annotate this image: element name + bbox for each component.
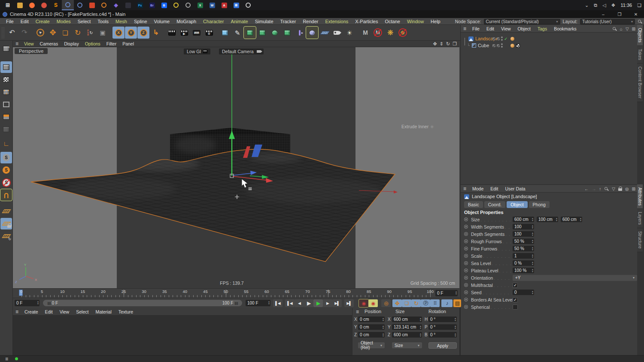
coord-field[interactable]: 0 cm▲▼	[358, 324, 385, 330]
tray-chevron-icon[interactable]: ⌄	[585, 3, 589, 8]
menu-tools[interactable]: Tools	[94, 18, 112, 25]
visibility-dots[interactable]	[501, 36, 503, 41]
panel-tab-structure[interactable]: Structure	[637, 228, 643, 252]
viewport-menu-display[interactable]: Display	[61, 41, 82, 46]
view-name-label[interactable]: Perspective	[15, 48, 48, 54]
current-frame-field[interactable]: 0 F▲▼	[435, 290, 458, 296]
menu-xparticles[interactable]: X-Particles	[352, 18, 381, 25]
minimize-button[interactable]: –	[595, 10, 611, 18]
scale-tool[interactable]: ❏	[59, 27, 71, 39]
material-menu-material[interactable]: Material	[92, 309, 115, 314]
range-grip[interactable]: ▮▮	[234, 301, 238, 305]
om-menu-edit[interactable]: Edit	[483, 26, 498, 31]
property-field[interactable]: 100▲▼	[513, 231, 534, 237]
coord-mode-dropdown[interactable]: Size▾	[392, 342, 422, 348]
close-button[interactable]: ✕	[628, 10, 644, 18]
render-visibility-toggle[interactable]	[497, 37, 500, 40]
spinner-icon[interactable]: ▲▼	[419, 332, 422, 338]
maya-mode-button[interactable]: M	[359, 27, 371, 39]
grid-app[interactable]: ▦	[230, 0, 242, 10]
editor-visibility-toggle[interactable]	[492, 44, 495, 47]
behance[interactable]: B	[158, 0, 170, 10]
am-menu-mode[interactable]: Mode	[469, 186, 487, 191]
tab-coord[interactable]: Coord.	[484, 201, 506, 208]
sublime-text[interactable]: S	[50, 0, 62, 10]
goto-start-button[interactable]: ▌◀	[273, 299, 283, 307]
node-space-dropdown[interactable]: Current (Standard/Physical)▾	[484, 19, 560, 24]
property-checkbox[interactable]: ✓	[513, 283, 518, 288]
viewport-menu-options[interactable]: Options	[82, 41, 103, 46]
render-picture-viewer-button[interactable]: ▶	[178, 27, 190, 39]
workplane-lock-button[interactable]	[0, 218, 12, 229]
toolbar-grip[interactable]	[1, 27, 5, 38]
make-editable-button[interactable]	[0, 43, 12, 54]
coord-field[interactable]: 0 cm▲▼	[358, 317, 385, 322]
spinner-icon[interactable]: ▲▼	[419, 317, 422, 322]
menu-volume[interactable]: Volume	[151, 18, 173, 25]
photoshop[interactable]: Ps	[134, 0, 146, 10]
media-encoder[interactable]	[122, 0, 134, 10]
object-row[interactable]: Landscape✓	[461, 35, 637, 42]
maya-mode-off-button[interactable]: M	[372, 27, 384, 39]
viewport-menu-filter[interactable]: Filter	[103, 41, 119, 46]
menu-octane[interactable]: Octane	[381, 18, 403, 25]
property-dropdown[interactable]: +Y▾	[513, 275, 637, 281]
hamburger-icon[interactable]: ≡	[3, 356, 11, 362]
render-visibility-toggle[interactable]	[497, 44, 500, 47]
key-position-button[interactable]: ✥	[392, 299, 402, 307]
keyframe-selection-button[interactable]: ◎	[381, 299, 391, 307]
tab-phong[interactable]: Phong	[529, 201, 550, 208]
property-field[interactable]: 0 %▲▼	[513, 260, 534, 266]
up-arrow-icon[interactable]: ↑	[599, 187, 601, 191]
spinner-icon[interactable]: ▲▼	[37, 300, 39, 305]
end-frame-spinner[interactable]: 100 F▲▼	[246, 300, 270, 306]
animate-dot-icon[interactable]	[464, 261, 468, 265]
menu-select[interactable]: Select	[74, 18, 94, 25]
spinner-icon[interactable]: ▲▼	[382, 332, 384, 338]
material-menu-texture[interactable]: Texture	[115, 309, 137, 314]
goto-prev-key-button[interactable]: ▌◀	[285, 299, 295, 307]
key-rotation-button[interactable]: ↻	[411, 299, 421, 307]
forward-arrow-icon[interactable]: →	[592, 187, 596, 191]
spinner-icon[interactable]: ▲▼	[532, 290, 534, 295]
lock-z-axis-button[interactable]: Z	[137, 27, 149, 39]
menu-window[interactable]: Window	[404, 18, 427, 25]
tray-display-icon[interactable]: ⧉	[594, 3, 597, 8]
workplane-rotate-button[interactable]: ↻	[0, 230, 12, 242]
octane-off-button[interactable]: ❋	[397, 27, 409, 39]
spinner-icon[interactable]: ▲▼	[532, 260, 534, 266]
animate-dot-icon[interactable]	[464, 232, 468, 236]
editor-visibility-toggle[interactable]	[492, 37, 495, 40]
octane-app[interactable]	[98, 0, 110, 10]
rotate-view-icon[interactable]: ↻	[446, 41, 450, 47]
texture-tag[interactable]	[516, 44, 520, 48]
lock-y-axis-button[interactable]: Y	[125, 27, 137, 39]
spinner-icon[interactable]: ▲▼	[532, 231, 534, 237]
viewport-menu-panel[interactable]: Panel	[119, 41, 137, 46]
animate-dot-icon[interactable]	[464, 290, 468, 294]
panel-tab-content-browser[interactable]: Content Browser	[637, 63, 643, 102]
autokey-button[interactable]: ◉	[368, 299, 378, 307]
om-menu-tags[interactable]: Tags	[534, 26, 550, 31]
firefox[interactable]	[26, 0, 38, 10]
spinner-icon[interactable]: ▲▼	[532, 246, 534, 251]
polygon-mode-button[interactable]	[0, 111, 12, 123]
play-forward-button[interactable]: ▶	[304, 299, 313, 307]
notifications-icon[interactable]: ❏	[637, 3, 641, 8]
panel-tab-layers[interactable]: Layers	[637, 209, 643, 228]
spinner-icon[interactable]: ▲▼	[532, 238, 534, 244]
camera-object-button[interactable]	[331, 27, 343, 39]
record-keyframe-button[interactable]: ◉	[359, 299, 368, 307]
snap-settings-button[interactable]: S	[0, 164, 12, 176]
workplane-button[interactable]	[0, 205, 12, 217]
app-circle[interactable]	[182, 0, 194, 10]
material-menu-edit[interactable]: Edit	[42, 309, 56, 314]
sound-toggle-button[interactable]: ♪	[441, 299, 453, 307]
tab-basic[interactable]: Basic	[464, 201, 483, 208]
vpn-shield[interactable]: ◈	[110, 0, 122, 10]
spinner-icon[interactable]: ▲▼	[556, 217, 558, 222]
property-checkbox[interactable]: ✓	[513, 297, 518, 302]
range-grip[interactable]: ▮▮	[47, 301, 51, 305]
animate-dot-icon[interactable]	[464, 305, 468, 309]
material-list-empty[interactable]	[13, 316, 352, 355]
